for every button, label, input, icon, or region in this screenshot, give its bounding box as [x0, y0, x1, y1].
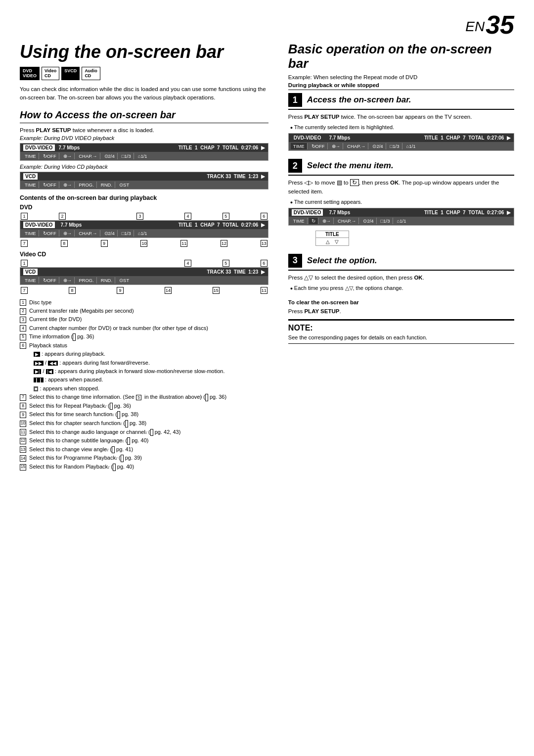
list-item-11: 11 Select this to change audio language … — [20, 428, 268, 436]
vcd-track-diag: TRACK 33 TIME 1:23 ▶ — [207, 269, 265, 275]
page-number-area: EN35 — [20, 10, 514, 40]
list-item-3: 3 Current title (for DVD) — [20, 316, 268, 323]
list-num-15: 15 — [20, 464, 26, 471]
vnum-15: 15 — [213, 287, 220, 294]
badge-svcd: SVCD — [61, 67, 80, 81]
how-to-section-title: How to Access the on-screen bar — [20, 109, 268, 123]
dvd-osd-bottom-diag: TIME ↻OFF ⊕→ CHAP.→ ⊙2/4 □1/3 ⌂1/1 — [20, 229, 268, 237]
step-1-audio: ⊙2/4 — [370, 143, 386, 149]
num-1: 1 — [21, 213, 28, 220]
list-num-11: 11 — [20, 429, 26, 435]
step-2-header: 2 Select the menu item. — [288, 159, 514, 176]
list-item-12: 12 Select this to change subtitle langua… — [20, 437, 268, 445]
list-item-14: 14 Select this for Programme Playback. (… — [20, 454, 268, 462]
note-text: See the corresponding pages for details … — [288, 334, 514, 340]
list-item-5: 5 Time information (☞ pg. 36) — [20, 333, 268, 341]
vcd-time-1: TIME — [22, 182, 39, 188]
dvd-osd-bottom-1: TIME ↻OFF ⊕→ CHAP.→ ⊙2/4 □1/3 ⌂1/1 — [20, 152, 268, 160]
list-item-6: 6 Playback status — [20, 342, 268, 349]
vcd-osd-top-1: VCD TRACK 33 TIME 1:23 ▶ — [20, 172, 268, 181]
vnum-9: 9 — [117, 287, 124, 294]
dvd-label: DVD — [20, 204, 268, 211]
step-3-bullet: Each time you press △▽, the options chan… — [288, 285, 514, 291]
step-2-title: Select the menu item. — [307, 161, 394, 171]
list-num-3: 3 — [20, 317, 26, 323]
note-title: NOTE: — [288, 324, 514, 332]
vcd-osd-bottom-1: TIME ↻OFF ⊕→ PROG. RND. ⊙ST — [20, 181, 268, 189]
step-1-title: Access the on-screen bar. — [307, 95, 411, 105]
main-title: Using the on-screen bar — [20, 42, 268, 62]
badge-dvd: DVDVIDEO — [20, 67, 40, 81]
osd-sub-diag: □1/3 — [119, 230, 134, 236]
num-10: 10 — [140, 240, 147, 247]
osd-search-diag: ⊕→ — [61, 230, 75, 236]
badge-video-cd: VideoCD — [42, 67, 59, 81]
vnum-11: 11 — [261, 287, 267, 294]
num-3: 3 — [136, 213, 143, 220]
note-box: NOTE: See the corresponding pages for de… — [288, 319, 514, 344]
en-label: EN — [465, 19, 485, 34]
list-item-7: 7 Select this to change time information… — [20, 393, 268, 401]
osd-repeat-1: ↻OFF — [41, 153, 59, 159]
dvd-title-chap-diag: TITLE 1 CHAP 7 TOTAL 0:27:06 ▶ — [178, 222, 265, 228]
page-number: 35 — [486, 10, 514, 39]
popup-window: TITLE △ ▽ — [315, 231, 349, 246]
vnum-4: 4 — [184, 260, 191, 267]
dvd-mbps-1: 7.7 Mbps — [59, 145, 80, 150]
step-1-container: 1 Access the on-screen bar. Press PLAY S… — [288, 93, 514, 151]
num-4: 4 — [184, 213, 191, 220]
list-num-13: 13 — [20, 446, 26, 453]
to-clear-section: To clear the on-screen bar Press PLAY SE… — [288, 299, 514, 314]
example1-label: Example: During DVD VIDEO playback — [20, 135, 268, 141]
vcd-st-diag: ⊙ST — [117, 277, 132, 284]
step-1-chap: CHAP.→ — [345, 143, 368, 149]
step-2-number: 2 — [288, 159, 302, 173]
list-num-6: 6 — [20, 342, 26, 349]
list-item-8: 8 Select this for Repeat Playback. (☞ pg… — [20, 402, 268, 410]
list-items-section: 1 Disc type 2 Current transfer rate (Meg… — [20, 299, 268, 471]
osd-angle-1: ⌂1/1 — [135, 153, 150, 159]
num-7: 7 — [21, 240, 28, 247]
step-2-repeat: ↻ — [309, 218, 318, 224]
list-item-13: 13 Select this to change view angle. (☞ … — [20, 446, 268, 454]
vnum-6: 6 — [261, 260, 267, 267]
step-2-time: TIME — [291, 218, 308, 224]
vcd-osd-example1: VCD TRACK 33 TIME 1:23 ▶ TIME ↻OFF ⊕→ PR… — [20, 172, 268, 189]
step-2-sub: □1/3 — [378, 218, 393, 224]
step-2-text: Press ◁▷ to move ▧ to ↻, then press OK. … — [288, 179, 514, 196]
dvd-numbers-top: 1 2 3 4 5 6 — [20, 213, 268, 220]
during-label: During playback or while stopped — [288, 82, 514, 90]
to-clear-text: Press PLAY SETUP. — [288, 308, 514, 314]
dvd-mbps-diag: 7.7 Mbps — [61, 222, 82, 228]
num-5: 5 — [222, 213, 229, 220]
dvd-video-label-diag: DVD-VIDEO — [23, 222, 55, 228]
step-1-osd-bottom: TIME ↻OFF ⊕→ CHAP.→ ⊙2/4 □1/3 ⌂1/1 — [289, 142, 514, 150]
step-2-osd-bottom: TIME ↻ ⊕→ CHAP.→ ⊙2/4 □1/3 ⌂1/1 — [289, 217, 514, 225]
osd-sub-1: □1/3 — [119, 153, 134, 159]
num-2: 2 — [59, 213, 66, 220]
vnum-8: 8 — [69, 287, 76, 294]
step-3-title: Select the option. — [307, 256, 377, 266]
osd-chap-1: CHAP.→ — [76, 153, 100, 159]
vcd-repeat-diag: ↻OFF — [41, 277, 59, 284]
dvd-osd-top-1: DVD-VIDEO 7.7 Mbps TITLE 1 CHAP 7 TOTAL … — [20, 143, 268, 152]
step-1-angle: ⌂1/1 — [404, 143, 418, 149]
popup-title: TITLE — [316, 231, 349, 238]
step-2-chap: CHAP.→ — [335, 218, 359, 224]
step-2-dvd-label: DVD-VIDEO — [292, 209, 323, 216]
vcd-prog-diag: PROG. — [76, 277, 97, 284]
list-item-1: 1 Disc type — [20, 299, 268, 306]
vcd-prog-1: PROG. — [76, 182, 97, 188]
vcd-time-diag: TIME — [22, 277, 39, 284]
list-num-7: 7 — [20, 394, 26, 401]
left-column: Using the on-screen bar DVDVIDEO VideoCD… — [20, 42, 268, 472]
list-num-14: 14 — [20, 455, 26, 462]
step-1-osd-top: DVD-VIDEO 7.7 Mbps TITLE 1 CHAP 7 TOTAL … — [289, 134, 514, 142]
dvd-video-label-1: DVD-VIDEO — [23, 144, 55, 151]
dvd-diagram: 1 2 3 4 5 6 DVD-VIDEO 7.7 Mbps TITLE 1 C… — [20, 213, 268, 247]
step-1-mbps: 7.7 Mbps — [329, 135, 350, 141]
vcd-label-diag: VCD — [23, 269, 38, 275]
step-1-text: Press PLAY SETUP twice. The on-screen ba… — [288, 113, 514, 121]
step-2-bullet: The current setting appears. — [288, 199, 514, 205]
osd-time-diag: TIME — [22, 230, 39, 236]
